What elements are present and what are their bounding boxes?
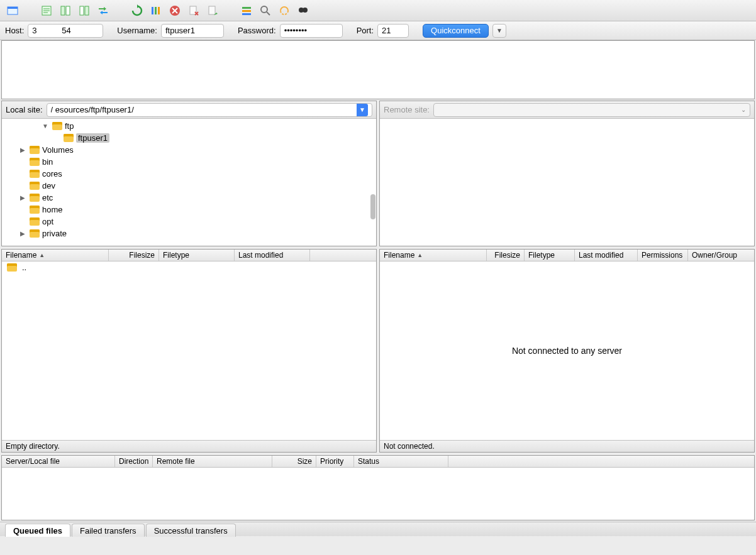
filter-icon[interactable] xyxy=(239,3,254,18)
queue-header[interactable]: Server/Local file Direction Remote file … xyxy=(2,456,754,468)
tab-successful[interactable]: Successful transfers xyxy=(146,524,236,537)
toggle-local-tree-icon[interactable] xyxy=(58,3,73,18)
scrollbar-thumb[interactable] xyxy=(370,194,375,219)
expand-toggle-icon[interactable]: ▼ xyxy=(41,123,50,129)
process-queue-icon[interactable] xyxy=(148,3,164,18)
remote-file-list[interactable]: Not connected to any server xyxy=(380,261,754,440)
folder-icon xyxy=(30,217,40,226)
chevron-down-icon[interactable]: ⌄ xyxy=(741,106,746,113)
col-server-local[interactable]: Server/Local file xyxy=(2,456,115,467)
col-lastmodified[interactable]: Last modified xyxy=(575,250,638,261)
tree-item-label: opt xyxy=(42,217,53,226)
svg-line-24 xyxy=(267,12,270,15)
site-manager-icon[interactable] xyxy=(5,3,20,18)
message-log[interactable] xyxy=(1,40,755,99)
local-file-list-pane: Filename▲ Filesize Filetype Last modifie… xyxy=(1,249,377,453)
local-file-list-header[interactable]: Filename▲ Filesize Filetype Last modifie… xyxy=(2,250,376,261)
tree-item[interactable]: ▶Volumes xyxy=(2,144,376,156)
svg-rect-11 xyxy=(155,7,157,14)
remote-file-list-header[interactable]: Filename▲ Filesize Filetype Last modifie… xyxy=(380,250,754,261)
svg-rect-8 xyxy=(80,6,84,15)
folder-icon xyxy=(30,182,40,190)
tab-queued[interactable]: Queued files xyxy=(5,524,70,537)
local-site-combo[interactable]: / esources/ftp/ftpuser1/ ▼ xyxy=(47,103,372,117)
svg-rect-7 xyxy=(66,6,70,15)
tree-item[interactable]: bin xyxy=(2,156,376,168)
username-label: Username: xyxy=(117,26,157,35)
svg-rect-19 xyxy=(209,6,215,14)
col-status[interactable]: Status xyxy=(354,456,448,467)
quickconnect-history-dropdown[interactable]: ▼ xyxy=(492,24,506,38)
col-remote-file[interactable]: Remote file xyxy=(153,456,272,467)
compare-icon[interactable] xyxy=(258,3,273,18)
col-size[interactable]: Size xyxy=(272,456,316,467)
tree-item[interactable]: ▶etc xyxy=(2,192,376,204)
local-file-list[interactable]: .. xyxy=(2,261,376,440)
local-status: Empty directory. xyxy=(2,440,376,452)
col-filesize[interactable]: Filesize xyxy=(109,250,159,261)
quickconnect-button[interactable]: Quickconnect xyxy=(423,24,489,38)
col-filesize[interactable]: Filesize xyxy=(487,250,525,261)
transfer-queue: Server/Local file Direction Remote file … xyxy=(1,455,755,520)
tree-item[interactable]: home xyxy=(2,204,376,216)
local-pane: Local site: / esources/ftp/ftpuser1/ ▼ ▼… xyxy=(1,101,377,246)
remote-status: Not connected. xyxy=(380,440,754,452)
svg-rect-20 xyxy=(242,7,251,9)
svg-rect-12 xyxy=(158,7,160,14)
expand-toggle-icon[interactable]: ▶ xyxy=(18,194,27,201)
reconnect-icon[interactable] xyxy=(205,3,220,18)
port-input[interactable] xyxy=(377,24,409,38)
col-filename[interactable]: Filename▲ xyxy=(380,250,487,261)
col-filetype[interactable]: Filetype xyxy=(159,250,235,261)
expand-toggle-icon[interactable]: ▶ xyxy=(18,230,27,237)
col-priority[interactable]: Priority xyxy=(316,456,354,467)
port-label: Port: xyxy=(357,26,374,35)
tree-item[interactable]: cores xyxy=(2,168,376,180)
tree-item[interactable]: ▶private xyxy=(2,228,376,239)
svg-rect-21 xyxy=(242,10,251,12)
username-input[interactable] xyxy=(161,24,224,38)
folder-icon xyxy=(30,194,40,202)
tree-item-label: dev xyxy=(42,181,55,190)
col-direction[interactable]: Direction xyxy=(115,456,153,467)
tree-item-label: cores xyxy=(42,169,62,179)
col-permissions[interactable]: Permissions xyxy=(638,250,688,261)
local-directory-tree[interactable]: ▼ftpftpuser1▶Volumesbincoresdev▶etchomeo… xyxy=(2,119,376,246)
chevron-down-icon[interactable]: ▼ xyxy=(357,104,368,116)
toggle-remote-tree-icon[interactable] xyxy=(77,3,92,18)
tree-item[interactable]: dev xyxy=(2,180,376,192)
queue-list[interactable] xyxy=(2,468,754,520)
toggle-log-icon[interactable] xyxy=(39,3,54,18)
col-filetype[interactable]: Filetype xyxy=(525,250,575,261)
svg-rect-10 xyxy=(152,7,153,14)
col-filename[interactable]: Filename▲ xyxy=(2,250,109,261)
tree-item[interactable]: ▼ftp xyxy=(2,120,376,132)
list-item[interactable]: .. xyxy=(2,261,376,273)
refresh-icon[interactable] xyxy=(130,3,145,18)
sync-browse-icon[interactable] xyxy=(277,3,292,18)
search-icon[interactable] xyxy=(296,3,311,18)
col-lastmodified[interactable]: Last modified xyxy=(235,250,310,261)
host-label: Host: xyxy=(5,26,24,35)
folder-icon xyxy=(7,263,17,272)
disconnect-icon[interactable] xyxy=(186,3,201,18)
col-owner[interactable]: Owner/Group xyxy=(688,250,743,261)
tree-item-label: private xyxy=(42,229,67,238)
tree-item[interactable]: ftpuser1 xyxy=(2,132,376,144)
remote-site-combo[interactable]: ⌄ xyxy=(433,103,750,117)
toggle-queue-icon[interactable] xyxy=(96,3,111,18)
expand-toggle-icon[interactable]: ▶ xyxy=(18,146,27,153)
password-input[interactable] xyxy=(280,24,343,38)
folder-icon xyxy=(30,146,40,154)
cancel-icon[interactable] xyxy=(167,3,182,18)
svg-rect-9 xyxy=(85,6,89,15)
local-site-path: / esources/ftp/ftpuser1/ xyxy=(51,105,134,114)
remote-directory-tree[interactable] xyxy=(380,119,754,246)
svg-rect-6 xyxy=(61,6,65,15)
tree-item-label: ftpuser1 xyxy=(76,133,109,143)
quickconnect-bar: Host: Username: Password: Port: Quickcon… xyxy=(0,21,756,40)
tab-failed[interactable]: Failed transfers xyxy=(72,524,145,537)
tree-item[interactable]: opt xyxy=(2,216,376,228)
host-input[interactable] xyxy=(28,24,103,38)
svg-rect-27 xyxy=(303,9,304,11)
